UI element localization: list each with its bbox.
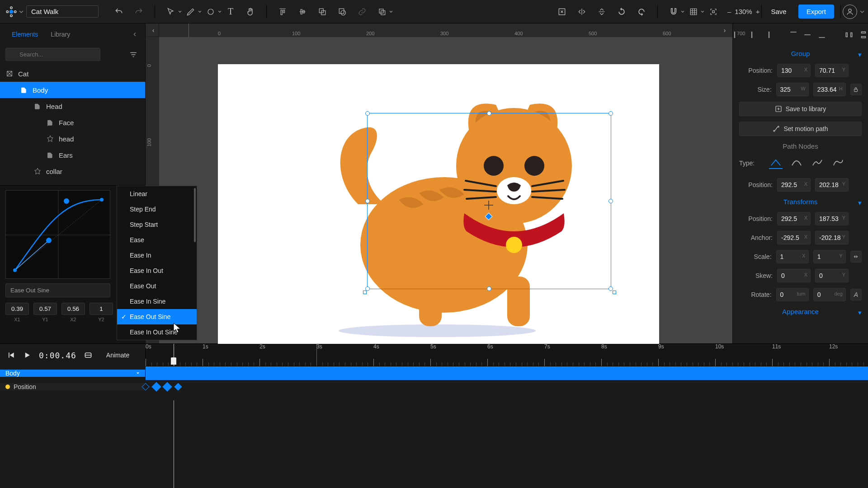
- hand-tool[interactable]: [244, 5, 257, 19]
- play-button[interactable]: [23, 351, 32, 360]
- mask-tool[interactable]: [335, 5, 349, 19]
- app-logo[interactable]: [4, 4, 19, 19]
- rotate-deg-input[interactable]: 0deg: [813, 288, 846, 301]
- canvas-next-button[interactable]: ›: [720, 25, 730, 35]
- set-motion-path-button[interactable]: Set motion path: [739, 122, 862, 136]
- pen-tool[interactable]: [184, 5, 198, 19]
- export-button[interactable]: Export: [798, 5, 834, 19]
- skew-y-input[interactable]: 0Y: [815, 269, 849, 282]
- easing-option-ease-out-sine[interactable]: Ease Out Sine: [117, 309, 197, 324]
- undo-button[interactable]: [112, 5, 126, 19]
- animate-mode-button[interactable]: Animate: [100, 349, 136, 361]
- node-pos-x-input[interactable]: 292.5X: [777, 178, 811, 192]
- account-caret[interactable]: [860, 9, 864, 14]
- save-button[interactable]: Save: [764, 5, 793, 19]
- node-type-mirrored[interactable]: [790, 157, 803, 169]
- save-to-library-button[interactable]: Save to library: [739, 102, 862, 116]
- easing-option-linear[interactable]: Linear: [117, 186, 197, 202]
- align-right-button[interactable]: [762, 30, 771, 40]
- node-type-straight[interactable]: [769, 157, 783, 169]
- layer-body[interactable]: Body: [0, 82, 145, 98]
- shape-tool[interactable]: [204, 5, 217, 19]
- keyframe[interactable]: [151, 382, 161, 391]
- section-group[interactable]: Group▾: [733, 46, 868, 61]
- redo-button[interactable]: [132, 5, 146, 19]
- node-pos-y-input[interactable]: 202.18Y: [815, 178, 849, 192]
- align-vcenter-button[interactable]: [803, 30, 812, 40]
- easing-x1-input[interactable]: [5, 303, 29, 315]
- account-menu[interactable]: [843, 5, 857, 19]
- layer-head-shape[interactable]: head: [0, 131, 145, 147]
- focus-button[interactable]: [707, 5, 720, 19]
- fit-artboard-button[interactable]: [555, 5, 569, 19]
- keyframe[interactable]: [175, 383, 182, 391]
- select-tool[interactable]: [164, 5, 178, 19]
- rotate-ccw-button[interactable]: [615, 5, 628, 19]
- rotate-turn-input[interactable]: 0turn: [776, 288, 809, 301]
- easing-option-ease-in-out[interactable]: Ease In Out: [117, 263, 197, 278]
- grid-button[interactable]: [687, 5, 700, 19]
- group-tool[interactable]: [316, 5, 329, 19]
- canvas[interactable]: ‹ › 0100200300400500600700 0100200: [146, 23, 732, 343]
- node-type-disconnected[interactable]: [811, 157, 824, 169]
- align-top-button[interactable]: [789, 30, 798, 40]
- project-dropdown-caret[interactable]: [19, 9, 24, 14]
- keyframe[interactable]: [162, 382, 172, 391]
- work-area-end[interactable]: [316, 344, 317, 366]
- project-name-input[interactable]: Cat Walk: [26, 5, 99, 18]
- size-w-input[interactable]: 325W: [776, 83, 809, 96]
- easing-y1-input[interactable]: [33, 303, 57, 315]
- goto-start-button[interactable]: [6, 351, 15, 360]
- align-hcenter-button[interactable]: [747, 30, 756, 40]
- rotate-reset-button[interactable]: A: [850, 289, 862, 300]
- snap-button[interactable]: [667, 5, 680, 19]
- tab-library[interactable]: Library: [44, 23, 76, 45]
- flip-v-button[interactable]: [595, 5, 609, 19]
- easing-option-step-end[interactable]: Step End: [117, 202, 197, 217]
- scale-y-input[interactable]: 1Y: [813, 250, 846, 263]
- size-h-input[interactable]: 233.64H: [813, 83, 846, 96]
- align-bottom-button[interactable]: [817, 30, 826, 40]
- easing-option-ease-out[interactable]: Ease Out: [117, 278, 197, 294]
- canvas-prev-button[interactable]: ‹: [148, 25, 158, 35]
- collapse-left-panel[interactable]: [132, 31, 140, 38]
- timeline-ruler[interactable]: 0s1s2s3s4s5s6s7s8s9s10s11s12s: [146, 344, 868, 366]
- easing-name-input[interactable]: [5, 283, 110, 297]
- easing-option-ease-in-out-sine[interactable]: Ease In Out Sine: [117, 324, 197, 340]
- easing-option-ease-in-sine[interactable]: Ease In Sine: [117, 294, 197, 309]
- distribute-h-button[interactable]: [844, 30, 854, 40]
- node-type-asymmetric[interactable]: [831, 157, 845, 169]
- playhead[interactable]: [174, 344, 174, 366]
- layer-ears[interactable]: Ears: [0, 147, 145, 163]
- align-middle-tool[interactable]: [296, 5, 309, 19]
- easing-curve-graph[interactable]: [5, 190, 110, 279]
- lock-aspect-button[interactable]: [850, 84, 862, 95]
- align-top-tool[interactable]: [276, 5, 289, 19]
- clone-tool[interactable]: [375, 5, 389, 19]
- easing-option-ease[interactable]: Ease: [117, 232, 197, 248]
- zoom-out-button[interactable]: –: [727, 8, 731, 15]
- anchor-y-input[interactable]: -202.18Y: [815, 231, 849, 244]
- skew-x-input[interactable]: 0X: [777, 269, 811, 282]
- position-x-input[interactable]: 130X: [777, 64, 811, 77]
- rotate-cw-button[interactable]: [635, 5, 648, 19]
- section-transforms[interactable]: Transforms▾: [733, 194, 868, 209]
- distribute-v-button[interactable]: [859, 30, 868, 40]
- link-tool[interactable]: [355, 5, 369, 19]
- zoom-in-button[interactable]: +: [756, 8, 760, 15]
- zoom-value[interactable]: 130%: [735, 8, 752, 15]
- section-appearance[interactable]: Appearance▾: [733, 304, 868, 319]
- anchor-point[interactable]: [485, 213, 493, 221]
- timeline-track-position[interactable]: Position: [0, 380, 868, 394]
- layer-head[interactable]: Head: [0, 98, 145, 114]
- search-input[interactable]: [5, 48, 100, 61]
- layer-cat[interactable]: Cat: [0, 66, 145, 82]
- playhead-time[interactable]: 0:00.46: [39, 351, 76, 360]
- t-pos-y-input[interactable]: 187.53Y: [815, 212, 849, 225]
- scale-x-input[interactable]: 1X: [776, 250, 809, 263]
- t-pos-x-input[interactable]: 292.5X: [777, 212, 811, 225]
- anchor-x-input[interactable]: -292.5X: [777, 231, 811, 244]
- layer-collar[interactable]: collar: [0, 163, 145, 179]
- filter-button[interactable]: [127, 48, 140, 61]
- easing-option-step-start[interactable]: Step Start: [117, 217, 197, 232]
